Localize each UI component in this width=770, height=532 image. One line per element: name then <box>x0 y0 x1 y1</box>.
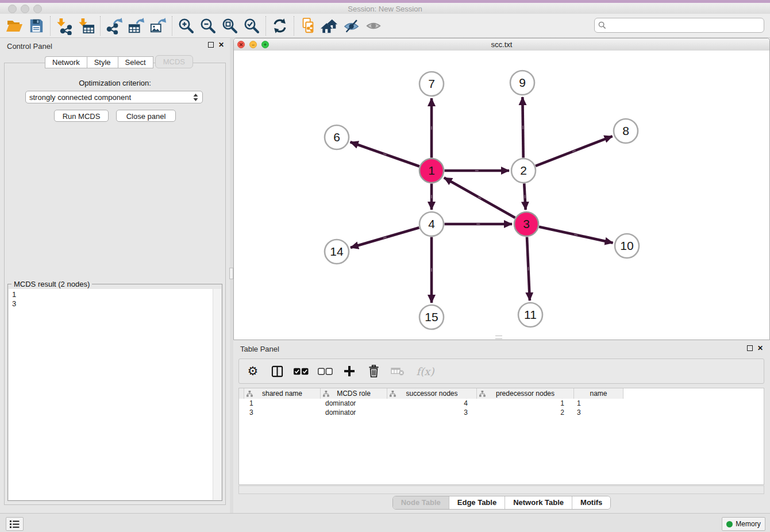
criterion-dropdown[interactable]: strongly connected component <box>25 91 203 103</box>
show-all-button[interactable] <box>363 16 384 36</box>
zoom-in-button[interactable] <box>175 16 197 36</box>
zoom-fit-button[interactable] <box>219 16 241 36</box>
cell-mcds-role[interactable]: dominator <box>319 399 386 408</box>
column-header-mcds-role[interactable]: MCDS role <box>321 388 387 399</box>
zoom-in-icon <box>178 17 195 34</box>
show-panels-button[interactable] <box>6 517 24 531</box>
tab-style[interactable]: Style <box>87 56 118 68</box>
graph-node-2[interactable]: 2 <box>511 159 536 183</box>
result-scrollbar[interactable] <box>213 289 221 500</box>
tab-edge-table[interactable]: Edge Table <box>449 496 505 509</box>
delete-table-button[interactable] <box>390 363 406 379</box>
table-row[interactable]: 1 dominator 4 1 1 <box>239 399 764 408</box>
trash-icon <box>368 365 379 377</box>
houses-icon <box>321 17 339 34</box>
cell-name[interactable]: 3 <box>571 408 620 417</box>
mcds-result-line: 1 <box>12 290 221 299</box>
mcds-result-textarea[interactable]: 1 3 <box>9 289 221 500</box>
close-panel-icon[interactable]: ✕ <box>218 42 224 48</box>
close-panel-button[interactable]: Close panel <box>116 110 176 122</box>
graph-node-15[interactable]: 15 <box>419 305 444 329</box>
node-label: 6 <box>333 130 340 144</box>
export-network-button[interactable] <box>103 16 125 36</box>
edge-handle[interactable] <box>574 234 578 235</box>
mcds-result-title: MCDS result (2 nodes) <box>11 280 92 288</box>
add-column-button[interactable] <box>341 363 357 379</box>
function-builder-button[interactable]: f(x) <box>414 363 437 379</box>
graph-node-1[interactable]: 1 <box>419 159 444 183</box>
split-view-button[interactable] <box>269 363 285 379</box>
table-panel-title: Table Panel <box>240 345 279 353</box>
save-session-button[interactable] <box>25 16 47 36</box>
tab-network[interactable]: Network <box>45 56 87 68</box>
network-resize-grip[interactable] <box>495 336 502 339</box>
close-table-panel-icon[interactable]: ✕ <box>757 345 763 351</box>
hide-selected-button[interactable] <box>341 16 363 36</box>
eye-slash-icon <box>343 17 360 35</box>
float-table-panel-icon[interactable] <box>747 345 753 351</box>
graph-node-14[interactable]: 14 <box>325 240 349 264</box>
import-table-button[interactable] <box>75 16 97 36</box>
column-header-name[interactable]: name <box>574 388 623 399</box>
tab-mcds[interactable]: MCDS <box>155 55 193 68</box>
graph-node-4[interactable]: 4 <box>419 212 444 236</box>
cell-predecessor-nodes[interactable]: 2 <box>475 408 571 417</box>
import-network-button[interactable] <box>53 16 75 36</box>
column-header-successor-nodes[interactable]: successor nodes <box>387 388 477 399</box>
hierarchy-icon <box>479 391 486 397</box>
cell-shared-name[interactable]: 3 <box>244 408 319 417</box>
network-window-title: scc.txt <box>234 40 769 49</box>
export-image-button[interactable] <box>147 16 169 36</box>
graph-node-9[interactable]: 9 <box>510 71 534 95</box>
cell-successor-nodes[interactable]: 4 <box>386 399 475 408</box>
row-gutter <box>239 388 244 399</box>
zoom-out-button[interactable] <box>197 16 219 36</box>
graph-node-6[interactable]: 6 <box>325 125 349 149</box>
cell-shared-name[interactable]: 1 <box>244 399 319 408</box>
graph-node-8[interactable]: 8 <box>614 119 638 143</box>
mcds-result-group: MCDS result (2 nodes) 1 3 <box>7 284 222 501</box>
table-horizontal-scrollbar[interactable] <box>238 485 764 494</box>
graph-node-10[interactable]: 10 <box>615 234 639 258</box>
search-field[interactable] <box>594 18 764 33</box>
cell-mcds-role[interactable]: dominator <box>319 408 386 417</box>
memory-status-dot <box>726 521 733 527</box>
splitter-handle[interactable] <box>229 268 233 279</box>
zoom-selected-button[interactable] <box>241 16 263 36</box>
graph-node-11[interactable]: 11 <box>518 303 542 327</box>
select-all-button[interactable] <box>293 363 309 379</box>
node-label: 10 <box>620 239 633 252</box>
refresh-button[interactable] <box>269 16 291 36</box>
cell-predecessor-nodes[interactable]: 1 <box>475 399 571 408</box>
table-header-row: shared name MCDS role successor nodes pr… <box>238 388 764 399</box>
graph-node-3[interactable]: 3 <box>514 212 538 236</box>
column-header-predecessor-nodes[interactable]: predecessor nodes <box>477 388 574 399</box>
tab-select[interactable]: Select <box>118 56 153 68</box>
delete-column-button[interactable] <box>365 363 382 379</box>
tab-motifs[interactable]: Motifs <box>572 496 610 509</box>
node-label: 8 <box>622 124 629 137</box>
memory-button[interactable]: Memory <box>722 517 765 531</box>
plus-icon <box>344 366 355 376</box>
search-input[interactable] <box>609 20 764 31</box>
deselect-all-button[interactable] <box>317 363 333 379</box>
graph-node-7[interactable]: 7 <box>419 72 444 96</box>
toolbar-separator <box>100 16 101 36</box>
run-mcds-button[interactable]: Run MCDS <box>54 110 109 122</box>
open-session-button[interactable] <box>3 16 25 36</box>
save-icon <box>28 18 44 34</box>
cell-successor-nodes[interactable]: 3 <box>386 408 475 417</box>
tab-node-table[interactable]: Node Table <box>393 496 449 509</box>
hierarchy-icon <box>390 391 396 397</box>
export-table-button[interactable] <box>125 16 147 36</box>
float-panel-icon[interactable] <box>208 42 214 48</box>
network-from-selection-button[interactable] <box>297 16 319 36</box>
table-row[interactable]: 3 dominator 3 2 3 <box>239 408 764 417</box>
split-columns-icon <box>271 365 283 377</box>
cell-name[interactable]: 1 <box>571 399 620 408</box>
network-canvas-svg[interactable]: 7968124314101511 <box>234 51 769 340</box>
tab-network-table[interactable]: Network Table <box>505 496 572 509</box>
home-button[interactable] <box>319 16 341 36</box>
column-header-shared-name[interactable]: shared name <box>244 388 321 399</box>
table-settings-button[interactable]: ⚙ <box>245 363 261 379</box>
